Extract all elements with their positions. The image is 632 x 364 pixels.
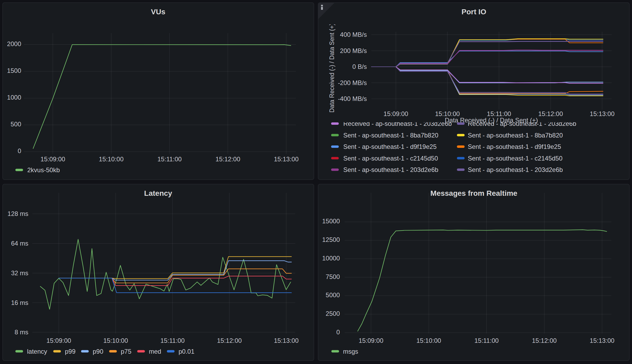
svg-text:15:12:00: 15:12:00	[532, 337, 557, 344]
svg-text:7500: 7500	[326, 273, 340, 280]
svg-text:Port IO: Port IO	[461, 8, 486, 16]
svg-text:VUs: VUs	[151, 8, 165, 16]
svg-text:15:13:00: 15:13:00	[590, 337, 614, 344]
svg-text:Sent - ap-southeast-1 - 8ba7b8: Sent - ap-southeast-1 - 8ba7b820	[343, 132, 438, 139]
svg-text:p90: p90	[93, 348, 103, 355]
svg-text:msgs: msgs	[343, 348, 358, 355]
svg-text:15:10:00: 15:10:00	[416, 337, 441, 344]
svg-text:500: 500	[11, 121, 21, 128]
svg-text:Sent - ap-southeast-1 - d9f19e: Sent - ap-southeast-1 - d9f19e25	[468, 143, 561, 150]
svg-text:Sent - ap-southeast-1 - 8ba7b8: Sent - ap-southeast-1 - 8ba7b820	[468, 132, 563, 139]
svg-text:15000: 15000	[322, 217, 340, 225]
svg-text:15:12:00: 15:12:00	[538, 110, 563, 117]
svg-text:15:13:00: 15:13:00	[274, 156, 299, 163]
svg-text:15:13:00: 15:13:00	[274, 337, 299, 344]
svg-text:-400 MB/s: -400 MB/s	[338, 95, 367, 102]
svg-text:5000: 5000	[326, 291, 340, 299]
svg-text:p75: p75	[121, 348, 131, 355]
svg-text:0: 0	[336, 329, 340, 336]
svg-text:Sent - ap-southeast-1 - d9f19e: Sent - ap-southeast-1 - d9f19e25	[343, 143, 437, 150]
svg-text:Sent - ap-southeast-1 - c2145d: Sent - ap-southeast-1 - c2145d50	[343, 155, 438, 162]
svg-text:12500: 12500	[322, 236, 340, 243]
svg-text:200 MB/s: 200 MB/s	[340, 47, 367, 54]
svg-text:0 B/s: 0 B/s	[352, 63, 367, 70]
svg-text:Sent - ap-southeast-1 - c2145d: Sent - ap-southeast-1 - c2145d50	[468, 155, 563, 162]
svg-text:8 ms: 8 ms	[15, 329, 28, 336]
svg-text:Data Received (-) / Data Sent: Data Received (-) / Data Sent (+)	[328, 23, 335, 113]
svg-text:2500: 2500	[326, 310, 340, 317]
svg-text:128 ms: 128 ms	[7, 210, 28, 217]
svg-text:15:10:00: 15:10:00	[103, 337, 128, 344]
svg-text:15:13:00: 15:13:00	[590, 110, 615, 117]
svg-text:15:11:00: 15:11:00	[487, 110, 511, 117]
svg-text:1000: 1000	[7, 94, 21, 101]
svg-text:15:11:00: 15:11:00	[160, 337, 185, 344]
svg-text:15:12:00: 15:12:00	[217, 337, 242, 344]
svg-text:Messages from Realtime: Messages from Realtime	[430, 189, 517, 197]
svg-text:16 ms: 16 ms	[11, 299, 28, 306]
svg-text:2kvus-50kb: 2kvus-50kb	[27, 166, 60, 174]
svg-text:15:09:00: 15:09:00	[46, 337, 71, 344]
svg-text:15:10:00: 15:10:00	[435, 110, 460, 117]
svg-text:latency: latency	[27, 348, 47, 355]
svg-text:15:09:00: 15:09:00	[41, 156, 65, 163]
svg-text:15:10:00: 15:10:00	[99, 156, 123, 163]
svg-text:0: 0	[18, 147, 21, 154]
svg-text:15:09:00: 15:09:00	[359, 337, 383, 344]
svg-text:-200 MB/s: -200 MB/s	[338, 79, 367, 86]
svg-text:Latency: Latency	[144, 189, 172, 197]
svg-text:64 ms: 64 ms	[11, 240, 28, 247]
svg-text:15:11:00: 15:11:00	[157, 156, 182, 163]
svg-text:32 ms: 32 ms	[11, 269, 28, 277]
svg-text:Sent - ap-southeast-1 - 203d2e: Sent - ap-southeast-1 - 203d2e6b	[343, 166, 438, 173]
svg-text:1500: 1500	[7, 67, 21, 74]
svg-text:p99: p99	[65, 348, 75, 355]
svg-text:p0.01: p0.01	[179, 348, 194, 355]
svg-text:15:09:00: 15:09:00	[384, 110, 408, 117]
svg-text:15:11:00: 15:11:00	[474, 337, 499, 344]
svg-text:400 MB/s: 400 MB/s	[340, 31, 367, 38]
svg-text:10000: 10000	[322, 255, 340, 262]
svg-text:15:12:00: 15:12:00	[216, 156, 240, 163]
svg-text:Sent - ap-southeast-1 - 203d2e: Sent - ap-southeast-1 - 203d2e6b	[468, 166, 563, 173]
svg-text:2000: 2000	[7, 40, 21, 47]
svg-text:med: med	[149, 348, 161, 355]
